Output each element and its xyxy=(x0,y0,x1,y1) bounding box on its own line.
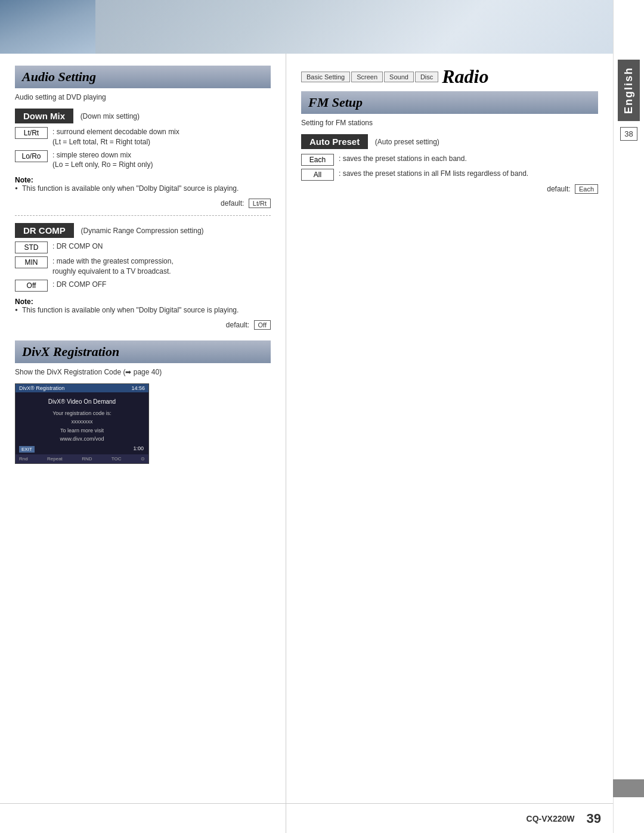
down-mix-note-text: This function is available only when "Do… xyxy=(15,184,271,193)
divx-top-bar-left: DivX® Registration xyxy=(19,385,64,391)
option-std: STD : DR COMP ON xyxy=(15,241,271,253)
main-content: Audio Setting Audio setting at DVD playi… xyxy=(0,54,613,833)
auto-preset-default-line: default: Each xyxy=(301,184,598,194)
divx-bottom-item-4: TOC xyxy=(112,456,122,462)
dr-comp-default-line: default: Off xyxy=(15,320,271,330)
dr-comp-note-text: This function is available only when "Do… xyxy=(15,306,271,314)
tab-basic-setting[interactable]: Basic Setting xyxy=(301,72,350,82)
option-text-all: : saves the preset stations in all FM li… xyxy=(339,169,528,179)
dr-comp-note-label: Note: xyxy=(15,298,271,306)
option-box-std: STD xyxy=(15,241,48,253)
down-mix-default-line: default: Lt/Rt xyxy=(15,199,271,208)
option-box-lo-ro: Lo/Ro xyxy=(15,150,48,162)
divx-registration-title: DivX Registration xyxy=(15,340,271,363)
divx-line1: DivX® Video On Demand xyxy=(21,397,143,407)
left-column: Audio Setting Audio setting at DVD playi… xyxy=(0,54,286,833)
down-mix-default-value: Lt/Rt xyxy=(249,199,271,208)
divx-line2: Your registration code is: xyxy=(21,409,143,417)
divx-line5: www.divx.com/vod xyxy=(21,435,143,443)
audio-setting-title: Audio Setting xyxy=(15,66,271,88)
down-mix-description: (Down mix setting) xyxy=(80,112,140,120)
divx-content: DivX® Video On Demand Your registration … xyxy=(16,392,148,448)
dr-comp-default-value: Off xyxy=(254,320,271,330)
right-sidebar: English 38 xyxy=(613,0,644,833)
divx-bottom-item-3: RND xyxy=(82,456,92,462)
option-text-min: : made with the greatest compression,rou… xyxy=(52,256,174,277)
option-box-off: Off xyxy=(15,280,48,292)
dr-comp-label: DR COMP xyxy=(15,223,74,238)
divx-bottom-bar: Rnd Repeat RND TOC ⊙ xyxy=(16,454,148,463)
option-box-min: MIN xyxy=(15,256,48,268)
audio-setting-subtitle: Audio setting at DVD playing xyxy=(15,93,271,101)
radio-title: Radio xyxy=(442,66,488,88)
option-lt-rt: Lt/Rt : surround element decodable down … xyxy=(15,127,271,147)
divx-line4: To learn more visit xyxy=(21,426,143,435)
dr-comp-block: DR COMP (Dynamic Range Compression setti… xyxy=(15,223,271,330)
option-box-all: All xyxy=(301,169,334,181)
option-box-each: Each xyxy=(301,154,334,166)
auto-preset-default-label: default: xyxy=(547,185,570,193)
divx-screenshot: DivX® Registration 14:56 DivX® Video On … xyxy=(15,383,149,464)
dr-comp-note: Note: This function is available only wh… xyxy=(15,298,271,314)
auto-preset-label: Auto Preset xyxy=(301,134,368,149)
option-text-std: : DR COMP ON xyxy=(52,241,103,252)
sidebar-page-number: 38 xyxy=(620,127,637,141)
fm-setup-title: FM Setup xyxy=(301,91,598,114)
tab-sound[interactable]: Sound xyxy=(384,72,414,82)
option-each: Each : saves the preset stations in each… xyxy=(301,154,598,166)
down-mix-block: Down Mix (Down mix setting) Lt/Rt : surr… xyxy=(15,109,271,208)
footer-model: CQ-VX220W xyxy=(527,814,575,823)
divx-line3: xxxxxxxx xyxy=(21,417,143,426)
option-text-each: : saves the preset stations in each band… xyxy=(339,154,467,164)
option-box-lt-rt: Lt/Rt xyxy=(15,127,48,139)
tab-screen[interactable]: Screen xyxy=(351,72,383,82)
down-mix-note: Note: This function is available only wh… xyxy=(15,176,271,193)
tab-disc[interactable]: Disc xyxy=(415,72,438,82)
header-image xyxy=(0,0,644,54)
divx-bottom-item-2: Repeat xyxy=(47,456,63,462)
divider-1 xyxy=(15,215,271,216)
divx-bottom-item-5: ⊙ xyxy=(141,456,145,462)
option-all: All : saves the preset stations in all F… xyxy=(301,169,598,181)
option-min: MIN : made with the greatest compression… xyxy=(15,256,271,277)
down-mix-default-label: default: xyxy=(221,199,244,208)
fm-setup-subtitle: Setting for FM stations xyxy=(301,119,598,127)
dr-comp-default-label: default: xyxy=(226,321,249,329)
dr-comp-description: (Dynamic Range Compression setting) xyxy=(80,227,203,235)
divx-bottom-item-1: Rnd xyxy=(19,456,28,462)
auto-preset-block: Auto Preset (Auto preset setting) Each :… xyxy=(301,134,598,194)
divx-top-bar-right: 14:56 xyxy=(131,385,145,391)
divx-top-bar: DivX® Registration 14:56 xyxy=(16,384,148,392)
divx-registration-section: DivX Registration Show the DivX Registra… xyxy=(15,340,271,464)
footer-page: 39 xyxy=(587,811,601,826)
option-text-lt-rt: : surround element decodable down mix(Lt… xyxy=(52,127,179,147)
radio-header: Basic Setting Screen Sound Disc Radio xyxy=(301,66,598,88)
option-off: Off : DR COMP OFF xyxy=(15,280,271,292)
right-column: Basic Setting Screen Sound Disc Radio FM… xyxy=(286,54,613,833)
divx-time: 1:00 xyxy=(133,445,144,451)
auto-preset-default-value: Each xyxy=(575,184,598,194)
option-text-lo-ro: : simple stereo down mix(Lo = Left only,… xyxy=(52,150,153,171)
down-mix-label: Down Mix xyxy=(15,109,73,123)
option-text-off: : DR COMP OFF xyxy=(52,280,106,290)
divx-exit-button: EXIT xyxy=(19,446,35,453)
fm-setup-section: FM Setup Setting for FM stations Auto Pr… xyxy=(301,91,598,194)
auto-preset-description: (Auto preset setting) xyxy=(375,138,439,146)
bottom-gray-bar xyxy=(613,779,644,797)
english-label: English xyxy=(618,60,640,121)
divx-registration-subtitle: Show the DivX Registration Code (➡ page … xyxy=(15,368,271,376)
down-mix-note-label: Note: xyxy=(15,176,271,184)
footer: CQ-VX220W 39 xyxy=(0,803,613,833)
option-lo-ro: Lo/Ro : simple stereo down mix(Lo = Left… xyxy=(15,150,271,171)
audio-setting-section: Audio Setting Audio setting at DVD playi… xyxy=(15,66,271,330)
